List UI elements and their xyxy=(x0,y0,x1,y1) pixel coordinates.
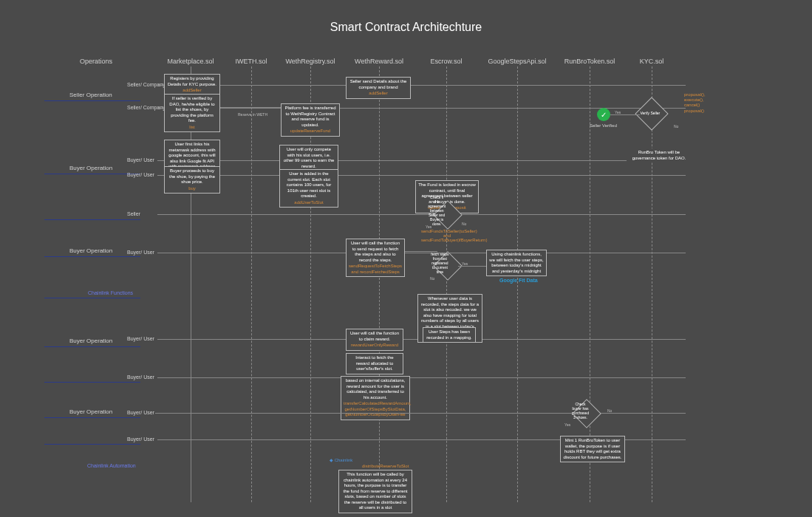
row-label-1: Buyer Operation xyxy=(69,165,112,171)
row-line-4 xyxy=(44,298,140,298)
col-runbrotoken-sol: RunBroToken.sol xyxy=(564,58,615,65)
label-no3: No xyxy=(607,408,612,413)
col-wethreward-sol: WethReward.sol xyxy=(355,58,403,65)
actor-line-1-0 xyxy=(157,160,686,161)
row-line-5 xyxy=(44,346,140,347)
actor-3-0: Buyer/ User xyxy=(127,250,154,255)
row-line-1 xyxy=(44,174,140,174)
row-label-5: Buyer Operation xyxy=(69,338,112,344)
box-automation: This function will be called by chainlin… xyxy=(338,470,412,513)
row-line-0 xyxy=(44,100,140,101)
seller-verified: Seller Verified xyxy=(590,123,617,128)
chainlink-icon: ◆ Chainlink xyxy=(330,457,352,462)
actor-5-0: Buyer/ User xyxy=(127,336,154,341)
box-mint: Mint 1 RunBroToken to user wallet, the p… xyxy=(560,436,625,462)
col-googlestepsapi-sol: GoogleStepsApi.sol xyxy=(488,58,546,65)
label-no: No xyxy=(462,222,466,226)
actor-line-2-0 xyxy=(157,214,686,215)
google-fit-data: Google Fit Data xyxy=(499,278,538,283)
swimlane-4 xyxy=(379,66,380,502)
col-operations: Operations xyxy=(80,58,112,65)
row-line-6 xyxy=(44,382,140,383)
swimlane-6 xyxy=(517,66,518,502)
actor-8-0: Buyer/ User xyxy=(127,436,154,442)
automation-fn: distributeReserveToSlot xyxy=(362,464,409,468)
label-yes3: Yes xyxy=(564,422,570,427)
box-steps-recorded: User Steps has been recorded in a mappin… xyxy=(423,327,476,343)
box-claim-reward: User will call the function to claim rew… xyxy=(346,329,403,351)
diamond-buyercheck: Check buyer has purchased 3 shoes. xyxy=(572,399,601,428)
box-sendreq: User will call the function to send requ… xyxy=(346,239,405,277)
box-register: Registers by providing Details for KYC p… xyxy=(164,74,220,96)
actor-line-3-0 xyxy=(157,253,686,253)
row-label-7: Buyer Operation xyxy=(69,408,112,415)
col-marketplace-sol: Marketplace.sol xyxy=(167,58,214,65)
box-interact-reward: Interact to fetch the reward allocated t… xyxy=(346,353,403,374)
box-compete: User will only compete with his slot use… xyxy=(279,145,338,171)
row-line-2 xyxy=(44,219,140,220)
box-platformfee: Platform fee is transferred to WethRegis… xyxy=(281,103,340,137)
box-rbgov: RunBro Token will be governance token fo… xyxy=(627,148,692,162)
actor-1-0: Buyer/ User xyxy=(127,157,154,162)
box-buy: Buyer proceeds to buy the shoe, by payin… xyxy=(164,166,220,194)
propose-fns: proposal(), execute(), cancel() proposal… xyxy=(684,92,718,114)
box-chainlinkfn: Using chainlink functions, we will fetch… xyxy=(486,250,547,276)
col-wethregistry-sol: WethRegistry.sol xyxy=(285,58,335,65)
actor-2-0: Seller xyxy=(127,211,140,216)
box-seller-details: Seller send Details about the company an… xyxy=(346,77,411,99)
label-no2: No xyxy=(430,276,434,281)
row-line-7 xyxy=(44,417,140,418)
label-no4: No xyxy=(674,124,678,129)
row-line-3 xyxy=(44,256,140,257)
chainlink-functions-label: Chainlink Functions xyxy=(88,290,133,295)
row-label-0: Seller Operation xyxy=(69,92,112,98)
reserve-weth: Reserve in WETH xyxy=(238,112,267,117)
diagram-title: Smart Contract Architechture xyxy=(0,21,812,34)
chainlink-automation-label: Chainlink Automation xyxy=(87,463,136,468)
actor-6-0: Buyer/ User xyxy=(127,374,154,380)
swimlane-8 xyxy=(652,66,652,502)
swimlane-5 xyxy=(446,66,447,502)
escrow-fn: sendFundsToSeller(toSeller) and sendFund… xyxy=(421,229,473,242)
box-list: If seller is verified by DAO, he/she eli… xyxy=(164,94,220,132)
box-addslot: User is added in the current slot. Each … xyxy=(279,169,338,208)
col-escrow-sol: Escrow.sol xyxy=(430,58,462,65)
diamond-verify: Verify Seller xyxy=(635,97,668,130)
col-kyc-sol: KYC.sol xyxy=(640,58,664,65)
row-label-3: Buyer Operation xyxy=(69,247,112,254)
swimlane-2 xyxy=(251,66,252,502)
row-line-8 xyxy=(44,444,140,445)
check-icon: ✓ xyxy=(597,108,610,121)
actor-line-6-0 xyxy=(157,377,686,378)
actor-1-1: Buyer/ User xyxy=(127,172,154,177)
actor-7-0: Buyer/ User xyxy=(127,410,154,415)
col-iweth-sol: IWETH.sol xyxy=(235,58,267,65)
